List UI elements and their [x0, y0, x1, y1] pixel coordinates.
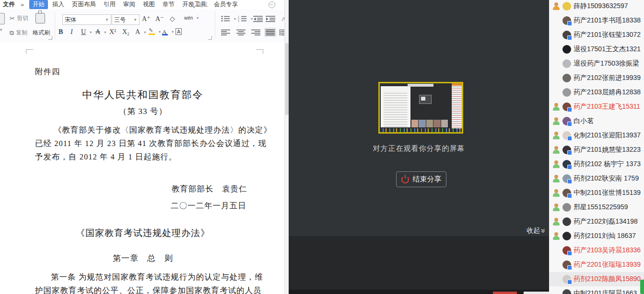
- mobile-badge-icon: [567, 179, 572, 184]
- mobile-badge-icon: [567, 35, 572, 40]
- participant-row[interactable]: 中制2101庄阿晨1663: [549, 286, 644, 294]
- tab-视图[interactable]: 视图: [140, 0, 158, 9]
- align-center-button[interactable]: [236, 29, 246, 35]
- participant-row[interactable]: 药产2101李书瑶18338: [549, 13, 644, 28]
- grow-font-button[interactable]: A⁺: [142, 15, 151, 23]
- decrease-indent-button[interactable]: [253, 15, 263, 22]
- participant-name: 药产2103王建飞15311: [574, 102, 640, 111]
- character-border-button[interactable]: A: [176, 28, 182, 35]
- avatar: [562, 260, 571, 269]
- svg-text:3: 3: [238, 20, 239, 23]
- clipboard-group-expander[interactable]: [48, 36, 52, 40]
- tab-插入[interactable]: 插入: [49, 0, 68, 9]
- avatar: [562, 117, 571, 125]
- document-page[interactable]: 附件四 中华人民共和国教育部令 （第 33 号） 《教育部关于修改〈国家教育考试…: [0, 42, 284, 294]
- increase-indent-button[interactable]: [266, 15, 275, 22]
- participant-row[interactable]: 药产2103吴诗晨18336: [549, 243, 644, 258]
- tab-引用[interactable]: 引用: [100, 0, 119, 9]
- participant-row[interactable]: 化制2101张迎阳13937: [549, 128, 644, 143]
- participant-row[interactable]: 药产2103屈婧冉12838: [549, 85, 644, 100]
- participant-row[interactable]: 退役17501王文杰1321: [549, 42, 644, 57]
- participant-row[interactable]: 药产2102刘磊134198: [549, 215, 644, 229]
- participant-row[interactable]: 薛静15093632597: [549, 0, 644, 13]
- bold-button[interactable]: B: [59, 28, 63, 36]
- format-painter-label[interactable]: 格式刷: [33, 29, 50, 37]
- toolbar-button-sliver[interactable]: [524, 292, 549, 294]
- participant-row[interactable]: 药产2201张瑞瑞13939: [549, 258, 644, 272]
- participant-row[interactable]: 退役药产17503徐振梁: [549, 57, 644, 71]
- strikethrough-button[interactable]: A▾: [95, 28, 106, 36]
- font-size-combo[interactable]: 三号▼: [112, 14, 140, 25]
- font-group-expander[interactable]: [208, 36, 212, 40]
- copy-button[interactable]: ⧉ 复制: [10, 29, 27, 37]
- participant-row[interactable]: 药产2103王建飞15311: [549, 100, 644, 114]
- tab-开始[interactable]: 开始: [29, 0, 48, 9]
- preview-titlebar: [408, 84, 433, 87]
- clear-format-button[interactable]: ◇: [170, 15, 175, 23]
- cut-button[interactable]: ✂ 剪切: [10, 14, 28, 23]
- align-left-button[interactable]: [221, 29, 230, 35]
- file-menu[interactable]: 文件: [3, 0, 15, 9]
- justify-icon: [266, 29, 275, 35]
- end-share-button[interactable]: 结束分享: [396, 171, 446, 187]
- participant-row[interactable]: 药产2101姚慧莹13223: [549, 143, 644, 157]
- participant-row[interactable]: 白小茗: [549, 114, 644, 128]
- font-color-button[interactable]: A▾: [162, 28, 174, 35]
- collapse-video-strip-button[interactable]: 收起 »: [527, 226, 546, 236]
- numbered-list-icon: 123: [238, 15, 247, 22]
- paste-icon[interactable]: [0, 13, 5, 24]
- text-effect-button[interactable]: A▾: [135, 28, 146, 36]
- wps-ribbon: ▾ ✂ 剪切 ⧉ 复制 格式刷 宋体▼ 三号▼ A⁺: [0, 9, 289, 43]
- pinyin-guide-button[interactable]: wén ▾: [184, 15, 199, 21]
- participant-name: 中制2101庄阿晨1663: [574, 289, 637, 294]
- justify-button[interactable]: [264, 28, 276, 37]
- more-menus-chevron[interactable]: »: [21, 1, 24, 8]
- participant-row[interactable]: 药产2101张钰莹13072: [549, 28, 644, 42]
- search-box[interactable]: 查找: [189, 0, 208, 9]
- underline-button[interactable]: U▾: [81, 28, 92, 36]
- shared-screen-preview[interactable]: [378, 82, 463, 134]
- scrollbar-thumb[interactable]: [285, 43, 289, 115]
- screen: 文件 » 开始插入页面布局引用审阅视图章节开发工具会员专享 查找 ▾ ✂ 剪切 …: [0, 0, 644, 294]
- align-right-button[interactable]: [251, 29, 260, 35]
- account-icon[interactable]: [269, 1, 275, 8]
- doc-line: 已经 2011 年 12 月 23 日第 41 次教育部部长办公会议通过，现: [35, 138, 267, 149]
- participant-row[interactable]: 药剂2101刘灿 18637: [549, 229, 644, 243]
- preview-participant-list: [452, 83, 462, 128]
- italic-button[interactable]: I: [70, 28, 73, 36]
- format-painter-button[interactable]: [35, 13, 45, 23]
- participant-name: 邢星15515225959: [574, 203, 628, 212]
- participant-row[interactable]: 药剂2102陈颜凤15890: [549, 272, 644, 286]
- dropdown-caret-icon: ▼: [133, 18, 137, 22]
- participant-row[interactable]: 药剂2102耿安南 1759: [549, 171, 644, 186]
- member-person-icon: [552, 117, 560, 125]
- doc-chapter: 第一章 总 则: [28, 253, 258, 264]
- doc-line: 护国家教育考试的公平、公正，保障参加国家教育考试的人员: [35, 285, 262, 294]
- font-name-combo[interactable]: 宋体▼: [62, 14, 111, 25]
- preview-document-area: [381, 86, 410, 127]
- participant-name: 药产2201张瑞瑞13939: [574, 260, 641, 269]
- doc-title: 中华人民共和国教育部令: [28, 88, 258, 102]
- wps-window: 文件 » 开始插入页面布局引用审阅视图章节开发工具会员专享 查找 ▾ ✂ 剪切 …: [0, 0, 289, 294]
- tab-章节[interactable]: 章节: [159, 0, 178, 9]
- shrink-font-button[interactable]: A⁻: [155, 15, 164, 23]
- leave-meeting-button-sliver[interactable]: [493, 292, 517, 294]
- subscript-button[interactable]: X₂: [122, 28, 129, 36]
- copy-icon: ⧉: [10, 29, 14, 37]
- tab-页面布局[interactable]: 页面布局: [69, 0, 99, 9]
- participants-scrollbar-thumb[interactable]: [640, 280, 644, 294]
- paste-dropdown-icon[interactable]: ▾: [0, 27, 5, 34]
- bullet-list-button[interactable]: ▾: [221, 15, 236, 22]
- highlight-color-button[interactable]: ▾: [149, 29, 161, 35]
- tab-审阅[interactable]: 审阅: [120, 0, 139, 9]
- participant-row[interactable]: 邢星15515225959: [549, 200, 644, 215]
- participant-row[interactable]: 中制2101张世博15139: [549, 186, 644, 200]
- mobile-badge-icon: [567, 193, 572, 198]
- numbered-list-button[interactable]: 123 ▾: [238, 15, 253, 22]
- tab-会员专享[interactable]: 会员专享: [211, 0, 241, 9]
- member-person-icon: [552, 146, 560, 154]
- superscript-button[interactable]: X²: [109, 28, 116, 36]
- participant-row[interactable]: 药剂2102 杨宇宁 1373: [549, 157, 644, 171]
- search-icon: [189, 2, 194, 7]
- participant-row[interactable]: 药产2102张前进19939: [549, 71, 644, 85]
